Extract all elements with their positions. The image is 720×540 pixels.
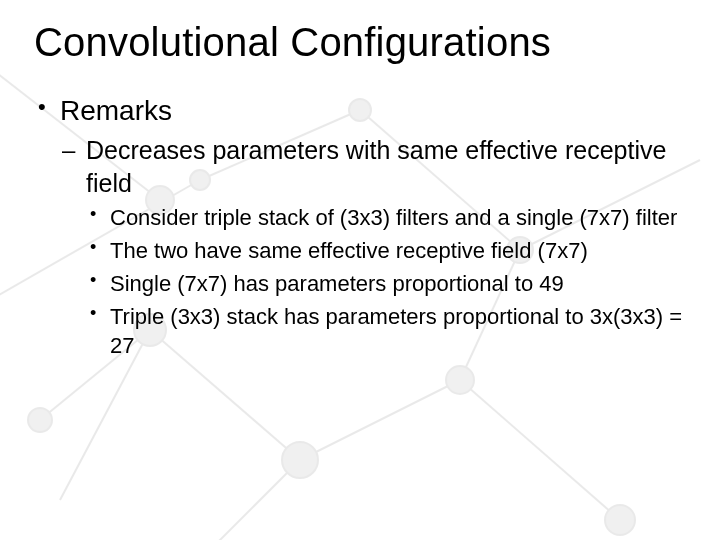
slide-content: Convolutional Configurations Remarks Dec… [0, 0, 720, 360]
bullet-text: The two have same effective receptive fi… [110, 238, 588, 263]
svg-line-4 [300, 380, 460, 460]
svg-point-20 [605, 505, 635, 535]
bullet-lvl1: Remarks Decreases parameters with same e… [34, 93, 686, 360]
bullet-list-level-1: Remarks Decreases parameters with same e… [34, 93, 686, 360]
bullet-lvl3: Single (7x7) has parameters proportional… [86, 269, 686, 298]
svg-point-19 [28, 408, 52, 432]
bullet-text: Consider triple stack of (3x3) filters a… [110, 205, 677, 230]
bullet-lvl3: The two have same effective receptive fi… [86, 236, 686, 265]
slide-title: Convolutional Configurations [34, 20, 686, 65]
bullet-list-level-3: Consider triple stack of (3x3) filters a… [86, 203, 686, 360]
svg-line-11 [200, 460, 300, 540]
svg-line-5 [460, 380, 620, 520]
bullet-text: Single (7x7) has parameters proportional… [110, 271, 564, 296]
svg-point-16 [446, 366, 474, 394]
bullet-lvl3: Consider triple stack of (3x3) filters a… [86, 203, 686, 232]
bullet-lvl3: Triple (3x3) stack has parameters propor… [86, 302, 686, 360]
bullet-lvl2: Decreases parameters with same effective… [60, 134, 686, 360]
slide: Convolutional Configurations Remarks Dec… [0, 0, 720, 540]
bullet-text: Triple (3x3) stack has parameters propor… [110, 304, 682, 358]
svg-point-15 [282, 442, 318, 478]
bullet-list-level-2: Decreases parameters with same effective… [60, 134, 686, 360]
bullet-text: Decreases parameters with same effective… [86, 136, 666, 197]
bullet-text: Remarks [60, 95, 172, 126]
